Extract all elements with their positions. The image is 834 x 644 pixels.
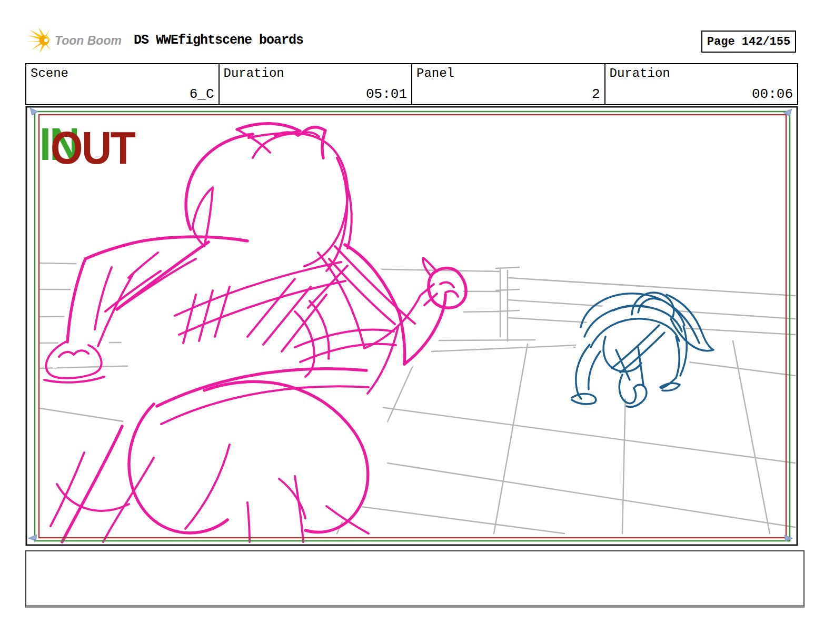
- panel-duration-value: 00:06: [752, 86, 793, 102]
- out-label: OUT: [51, 125, 134, 171]
- panel-number-label: Panel: [416, 66, 454, 80]
- corner-marker-bottom-left: [28, 535, 37, 541]
- page-number-box: Page 142/155: [701, 31, 796, 53]
- panel-duration-label: Duration: [610, 66, 670, 80]
- panel-number-cell: Panel 2: [412, 64, 605, 104]
- scene-duration-value: 05:01: [366, 86, 407, 102]
- storyboard-export-page: { "header": { "logo_text": "Toon Boom", …: [0, 0, 834, 644]
- toon-boom-logo-text: Toon Boom: [55, 34, 122, 47]
- corner-marker-top-left: [30, 108, 38, 115]
- pink-figure-sketch: [44, 124, 466, 542]
- document-title: DS WWEfightscene boards: [134, 33, 303, 48]
- page-header: Toon Boom DS WWEfightscene boards Page 1…: [0, 0, 834, 63]
- blue-figure-sketch: [572, 293, 713, 407]
- scene-duration-label: Duration: [224, 66, 284, 80]
- scene-duration-cell: Duration 05:01: [220, 64, 413, 104]
- toon-boom-logo: Toon Boom: [26, 26, 147, 56]
- panel-info-table: Scene 6_C Duration 05:01 Panel 2 Duratio…: [25, 63, 798, 105]
- page-number-label: Page 142/155: [707, 35, 790, 48]
- panel-duration-cell: Duration 00:06: [605, 64, 798, 104]
- scene-value: 6_C: [190, 86, 214, 102]
- scene-cell: Scene 6_C: [26, 64, 220, 104]
- toon-boom-starburst-icon: [26, 27, 51, 53]
- storyboard-panel: IN OUT: [25, 106, 798, 546]
- scene-label: Scene: [31, 66, 68, 80]
- caption-box: [25, 550, 805, 608]
- panel-drawing: [25, 106, 798, 546]
- pink-figure-mask: [53, 129, 463, 539]
- panel-number-value: 2: [592, 86, 600, 102]
